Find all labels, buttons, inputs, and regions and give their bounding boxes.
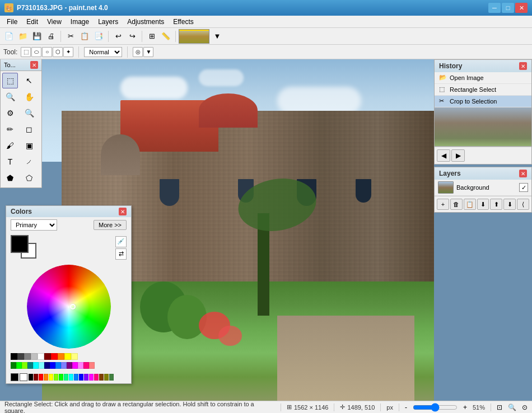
palette-salmon[interactable] (89, 362, 95, 369)
menu-view[interactable]: View (43, 16, 66, 27)
palette-darkgreen[interactable] (11, 362, 16, 369)
palette-lightcyan[interactable] (39, 362, 44, 369)
ruler-button[interactable]: 📏 (159, 30, 172, 43)
palette-darkgray[interactable] (17, 353, 24, 360)
sel-poly-btn[interactable]: ⬡ (53, 47, 63, 57)
layer-visibility-checkbox[interactable]: ✓ (519, 183, 528, 192)
open-button[interactable]: 📁 (16, 30, 30, 43)
sel-magic-btn[interactable]: ✦ (63, 47, 73, 57)
sel-ellipse-btn[interactable]: ⬭ (31, 47, 41, 57)
full-palette-15[interactable] (99, 374, 104, 381)
minimize-button[interactable]: ─ (488, 3, 501, 13)
menu-file[interactable]: File (2, 16, 22, 27)
redo-button[interactable]: ↪ (125, 30, 139, 43)
full-palette-3[interactable] (39, 374, 43, 381)
tool-zoom-in[interactable]: 🔍 (2, 89, 18, 105)
zoom-slider[interactable] (413, 403, 458, 412)
feather-btn[interactable]: ◎ (133, 47, 143, 57)
tool-fill[interactable]: ▣ (21, 138, 37, 153)
palette-lightblue[interactable] (61, 362, 67, 369)
tool-line[interactable]: ⟋ (21, 154, 37, 170)
merge-layer-button[interactable]: ⬇ (477, 199, 489, 210)
cut-button[interactable]: ✂ (64, 30, 77, 43)
history-item-open[interactable]: 📂 Open Image (435, 72, 531, 84)
close-button[interactable]: ✕ (515, 3, 528, 13)
palette-blue[interactable] (50, 362, 55, 369)
zoom-100-button[interactable]: 🔍 (508, 403, 516, 411)
save-button[interactable]: 💾 (30, 30, 44, 43)
full-palette-17[interactable] (109, 374, 114, 381)
tool-freeform[interactable]: ⬠ (21, 170, 37, 186)
duplicate-layer-button[interactable]: 📋 (464, 199, 476, 210)
palette-lime[interactable] (22, 362, 27, 369)
delete-layer-button[interactable]: 🗑 (450, 199, 463, 210)
zoom-menu-button[interactable]: ⊙ (522, 403, 528, 411)
palette-lightyellow[interactable] (71, 353, 78, 360)
primary-select[interactable]: Primary Secondary (11, 219, 57, 231)
history-back-button[interactable]: ◀ (437, 149, 450, 162)
full-palette-5[interactable] (49, 374, 53, 381)
palette-cyan[interactable] (33, 362, 39, 369)
full-palette-14[interactable] (94, 374, 99, 381)
menu-edit[interactable]: Edit (22, 16, 43, 27)
full-palette-4[interactable] (44, 374, 48, 381)
history-forward-button[interactable]: ▶ (451, 149, 465, 162)
tool-pencil[interactable]: ✏ (2, 121, 18, 137)
full-palette-10[interactable] (74, 374, 78, 381)
palette-yellow[interactable] (64, 353, 71, 360)
tool-move[interactable]: ↖ (21, 73, 37, 88)
paste-button[interactable]: 📑 (92, 30, 105, 43)
full-palette-13[interactable] (89, 374, 94, 381)
palette-pink[interactable] (78, 362, 83, 369)
full-palette-7[interactable] (59, 374, 63, 381)
layer-item-background[interactable]: Background ✓ (435, 180, 531, 196)
layers-panel-close[interactable]: ✕ (519, 170, 527, 177)
color-wheel[interactable] (27, 265, 111, 349)
history-panel-close[interactable]: ✕ (519, 62, 527, 70)
palette-rose[interactable] (83, 362, 89, 369)
tool-pan[interactable]: ✋ (21, 89, 37, 105)
primary-color-swatch[interactable] (11, 235, 29, 253)
history-item-rect[interactable]: ⬚ Rectangle Select (435, 84, 531, 96)
tool-magic-wand[interactable]: ⚙ (2, 105, 18, 121)
menu-effects[interactable]: Effects (169, 16, 198, 27)
full-palette-8[interactable] (64, 374, 68, 381)
layer-up-button[interactable]: ⬆ (490, 199, 502, 210)
tool-shape[interactable]: ⬟ (2, 170, 18, 186)
tool-brush[interactable]: 🖌 (2, 138, 18, 153)
palette-white[interactable] (38, 353, 44, 360)
tool-rect-select[interactable]: ⬚ (2, 73, 18, 88)
full-palette-12[interactable] (84, 374, 88, 381)
undo-button[interactable]: ↩ (111, 30, 125, 43)
new-button[interactable]: 📄 (2, 30, 16, 43)
blend-mode-select[interactable]: Normal Multiply Screen Overlay (84, 47, 122, 57)
palette-darkblue[interactable] (44, 362, 50, 369)
palette-lightgray[interactable] (31, 353, 38, 360)
maximize-button[interactable]: □ (502, 3, 514, 13)
palette-black[interactable] (11, 353, 17, 360)
fit-window-button[interactable]: ⊡ (497, 403, 502, 411)
full-palette-9[interactable] (69, 374, 73, 381)
palette-darkpurple[interactable] (67, 362, 72, 369)
zoom-out-button[interactable]: - (405, 403, 407, 411)
palette-teal[interactable] (27, 362, 33, 369)
canvas-area[interactable]: To... ✕ ⬚ ↖ 🔍 ✋ ⚙ 🔍 ✏ ◻ 🖌 ▣ T ⟋ ⬟ ⬠ (0, 59, 532, 401)
eyedropper-button[interactable]: 💉 (115, 236, 127, 247)
tool-panel-close[interactable]: ✕ (30, 61, 38, 69)
layer-props-button[interactable]: ⟨ (517, 199, 529, 210)
menu-image[interactable]: Image (66, 16, 94, 27)
palette-brightred[interactable] (51, 353, 58, 360)
full-palette-6[interactable] (54, 374, 58, 381)
tool-zoom-out[interactable]: 🔍 (21, 105, 37, 121)
full-palette-1[interactable] (29, 374, 33, 381)
tool-text[interactable]: T (2, 154, 18, 170)
feather-dropdown[interactable]: ▼ (143, 47, 153, 57)
history-item-crop[interactable]: ✂ Crop to Selection (435, 96, 531, 107)
palette-skyblue[interactable] (55, 362, 61, 369)
swap-colors-button[interactable]: ⇄ (115, 248, 127, 260)
sel-lasso-btn[interactable]: ○ (42, 47, 52, 57)
layer-down-button[interactable]: ⬇ (503, 199, 516, 210)
palette-red[interactable] (44, 353, 51, 360)
palette-gray[interactable] (24, 353, 31, 360)
add-layer-button[interactable]: + (437, 199, 449, 210)
